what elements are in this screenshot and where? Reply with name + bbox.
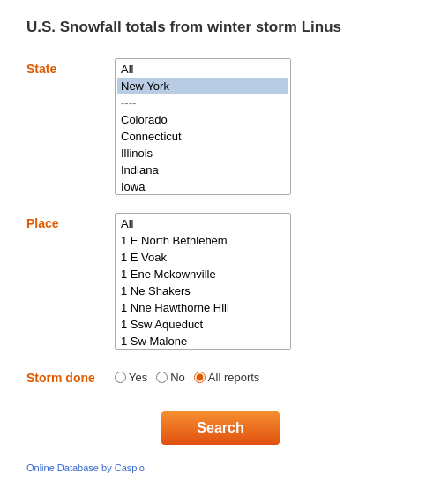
place-option-4[interactable]: 1 Ne Shakers <box>117 282 288 299</box>
state-option-indiana[interactable]: Indiana <box>117 162 288 178</box>
place-label: Place <box>26 213 115 230</box>
radio-all-label[interactable]: All reports <box>194 371 260 384</box>
storm-done-row: Storm done Yes No All reports <box>26 367 415 385</box>
footer-suffix: by Caspio <box>99 463 145 473</box>
state-option-illinois[interactable]: Illinois <box>117 145 288 162</box>
radio-yes-text: Yes <box>129 371 147 384</box>
place-control: All 1 E North Bethlehem 1 E Voak 1 Ene M… <box>115 213 415 350</box>
state-option-iowa[interactable]: Iowa <box>117 178 288 195</box>
search-button[interactable]: Search <box>161 411 279 445</box>
place-option-7[interactable]: 1 Sw Malone <box>117 333 288 350</box>
state-option-sep: ---- <box>117 94 288 111</box>
radio-yes-label[interactable]: Yes <box>115 371 147 384</box>
place-option-3[interactable]: 1 Ene Mckownville <box>117 266 288 282</box>
place-select[interactable]: All 1 E North Bethlehem 1 E Voak 1 Ene M… <box>115 213 291 350</box>
state-option-newyork[interactable]: New York <box>117 78 288 94</box>
place-row: Place All 1 E North Bethlehem 1 E Voak 1… <box>26 213 415 350</box>
search-row: Search <box>26 402 415 445</box>
state-option-connecticut[interactable]: Connecticut <box>117 128 288 145</box>
storm-done-label: Storm done <box>26 367 115 385</box>
radio-no-text: No <box>170 371 185 384</box>
state-select[interactable]: All New York ---- Colorado Connecticut I… <box>115 58 291 195</box>
page-title: U.S. Snowfall totals from winter storm L… <box>26 18 415 37</box>
state-option-all[interactable]: All <box>117 61 288 78</box>
state-label: State <box>26 58 115 76</box>
state-row: State All New York ---- Colorado Connect… <box>26 58 415 195</box>
storm-done-control: Yes No All reports <box>115 367 415 384</box>
place-option-5[interactable]: 1 Nne Hawthorne Hill <box>117 299 288 316</box>
place-option-2[interactable]: 1 E Voak <box>117 249 288 266</box>
radio-no-label[interactable]: No <box>156 371 185 384</box>
footer: Online Database by Caspio <box>26 463 415 473</box>
state-control: All New York ---- Colorado Connecticut I… <box>115 58 415 195</box>
footer-link[interactable]: Online Database <box>26 463 99 473</box>
place-option-all[interactable]: All <box>117 215 288 232</box>
radio-all-text: All reports <box>208 371 260 384</box>
radio-all-reports[interactable] <box>194 372 206 383</box>
radio-no[interactable] <box>156 372 168 383</box>
place-option-6[interactable]: 1 Ssw Aqueduct <box>117 316 288 333</box>
radio-yes[interactable] <box>115 372 126 383</box>
state-option-colorado[interactable]: Colorado <box>117 111 288 128</box>
place-option-1[interactable]: 1 E North Bethlehem <box>117 232 288 249</box>
